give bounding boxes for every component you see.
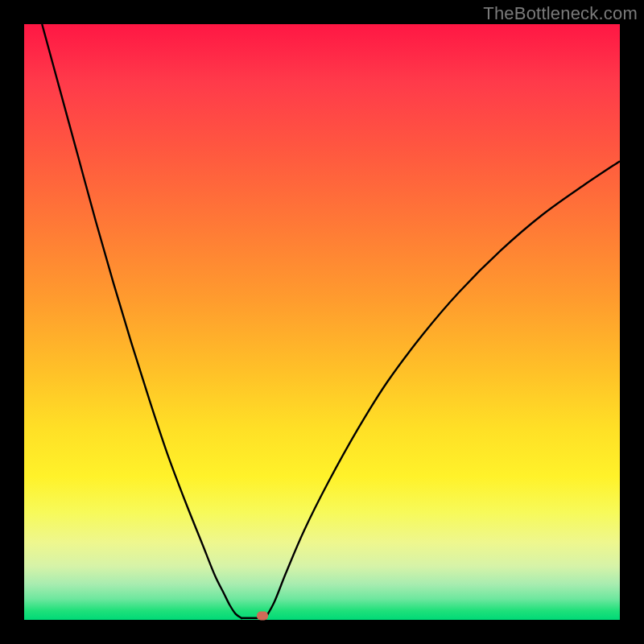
plot-area [24,24,620,620]
optimum-marker [257,611,268,620]
bottleneck-curve [24,24,620,620]
curve-path [42,24,620,619]
watermark-text: TheBottleneck.com [483,3,638,24]
chart-frame: TheBottleneck.com [0,0,644,644]
